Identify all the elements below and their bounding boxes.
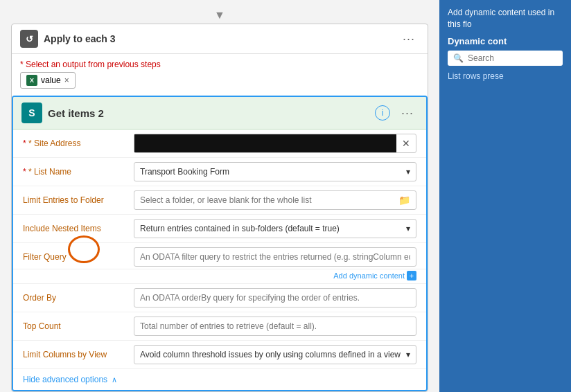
filter-query-top: Filter Query bbox=[23, 247, 416, 267]
hide-advanced-row[interactable]: Hide advanced options ∧ bbox=[13, 369, 426, 390]
search-box[interactable]: 🔍 bbox=[448, 51, 563, 66]
filter-query-label: Filter Query bbox=[23, 252, 134, 262]
add-dynamic-link[interactable]: Add dynamic content + bbox=[333, 271, 416, 280]
dynamic-search-input[interactable] bbox=[468, 53, 571, 63]
select-output-label: * Select an output from previous steps bbox=[20, 60, 419, 69]
filter-query-row: Filter Query bbox=[13, 243, 426, 269]
right-panel: Add dynamic content used in this flo Dyn… bbox=[439, 0, 571, 392]
order-by-input[interactable] bbox=[134, 288, 416, 308]
include-nested-chevron: ▾ bbox=[406, 224, 410, 233]
include-nested-select[interactable]: Return entries contained in sub-folders … bbox=[134, 219, 416, 238]
excel-icon: X bbox=[26, 75, 37, 86]
include-nested-row: Include Nested Items Return entries cont… bbox=[13, 215, 426, 243]
right-panel-content: Add dynamic content used in this flo Dyn… bbox=[439, 0, 571, 392]
site-address-input[interactable] bbox=[134, 134, 396, 152]
tag-close-button[interactable]: × bbox=[64, 75, 69, 85]
include-nested-value: Return entries contained in sub-folders … bbox=[140, 224, 340, 233]
search-icon: 🔍 bbox=[453, 53, 464, 63]
apply-each-header: ↺ Apply to each 3 ··· bbox=[12, 24, 428, 54]
value-tag-label: value bbox=[41, 75, 61, 85]
form-body: * Site Address ✕ * List Name Transport B… bbox=[13, 130, 426, 390]
limit-columns-row: Limit Columns by View Avoid column thres… bbox=[13, 341, 426, 369]
get-items-header: S Get items 2 i ··· bbox=[13, 97, 426, 130]
get-items-menu-button[interactable]: ··· bbox=[397, 105, 418, 122]
site-address-clear-icon[interactable]: ✕ bbox=[396, 138, 416, 149]
add-dynamic-row: Add dynamic content + bbox=[13, 269, 426, 284]
value-tag[interactable]: X value × bbox=[20, 72, 76, 89]
filter-query-input[interactable] bbox=[134, 247, 416, 267]
get-items-block: S Get items 2 i ··· * Site Address ✕ bbox=[12, 96, 428, 391]
list-name-row: * List Name Transport Booking Form ▾ bbox=[13, 158, 426, 186]
get-items-left: S Get items 2 bbox=[21, 103, 104, 123]
get-items-title: Get items 2 bbox=[48, 107, 104, 119]
info-icon-button[interactable]: i bbox=[375, 105, 390, 121]
apply-each-menu-button[interactable]: ··· bbox=[398, 30, 419, 48]
list-name-chevron: ▾ bbox=[406, 167, 410, 177]
limit-columns-select[interactable]: Avoid column threshold issues by only us… bbox=[134, 345, 416, 364]
limit-columns-label: Limit Columns by View bbox=[23, 350, 134, 359]
limit-entries-label: Limit Entries to Folder bbox=[23, 195, 134, 205]
list-name-label: * List Name bbox=[23, 167, 134, 177]
add-dynamic-panel-title: Add dynamic content used in this flo bbox=[448, 7, 563, 30]
include-nested-label: Include Nested Items bbox=[23, 224, 134, 233]
site-address-input-wrap[interactable]: ✕ bbox=[134, 134, 416, 153]
apply-each-icon: ↺ bbox=[20, 30, 38, 48]
apply-each-title: ↺ Apply to each 3 bbox=[20, 30, 115, 48]
limit-columns-chevron: ▾ bbox=[406, 350, 410, 359]
value-tag-row: X value × bbox=[20, 72, 419, 89]
limit-columns-value: Avoid column threshold issues by only us… bbox=[140, 350, 401, 359]
site-address-label: * Site Address bbox=[23, 139, 134, 148]
top-count-input[interactable] bbox=[134, 317, 416, 336]
apply-each-block: ↺ Apply to each 3 ··· * Select an output… bbox=[11, 24, 428, 392]
top-count-label: Top Count bbox=[23, 321, 134, 331]
filter-label-wrap: Filter Query bbox=[23, 252, 134, 262]
limit-entries-input-wrap[interactable]: 📁 bbox=[134, 190, 416, 210]
hide-advanced-chevron: ∧ bbox=[112, 375, 117, 384]
list-rows-preserve-label: List rows prese bbox=[448, 71, 563, 81]
sharepoint-icon: S bbox=[21, 103, 42, 123]
folder-icon[interactable]: 📁 bbox=[393, 195, 416, 206]
add-dynamic-plus-icon: + bbox=[407, 271, 416, 280]
top-arrow: ▼ bbox=[11, 7, 428, 24]
dynamic-content-panel-label: Dynamic cont bbox=[448, 36, 563, 46]
add-dynamic-label: Add dynamic content bbox=[333, 271, 405, 280]
get-items-actions: i ··· bbox=[375, 105, 418, 122]
limit-entries-input[interactable] bbox=[134, 192, 393, 208]
limit-entries-row: Limit Entries to Folder 📁 bbox=[13, 186, 426, 215]
list-name-value: Transport Booking Form bbox=[140, 167, 229, 177]
apply-each-label: Apply to each 3 bbox=[44, 33, 115, 44]
order-by-label: Order By bbox=[23, 293, 134, 303]
top-count-row: Top Count bbox=[13, 312, 426, 341]
order-by-row: Order By bbox=[13, 284, 426, 312]
list-name-select[interactable]: Transport Booking Form ▾ bbox=[134, 162, 416, 181]
hide-advanced-label: Hide advanced options bbox=[23, 375, 107, 384]
site-address-row: * Site Address ✕ bbox=[13, 130, 426, 158]
